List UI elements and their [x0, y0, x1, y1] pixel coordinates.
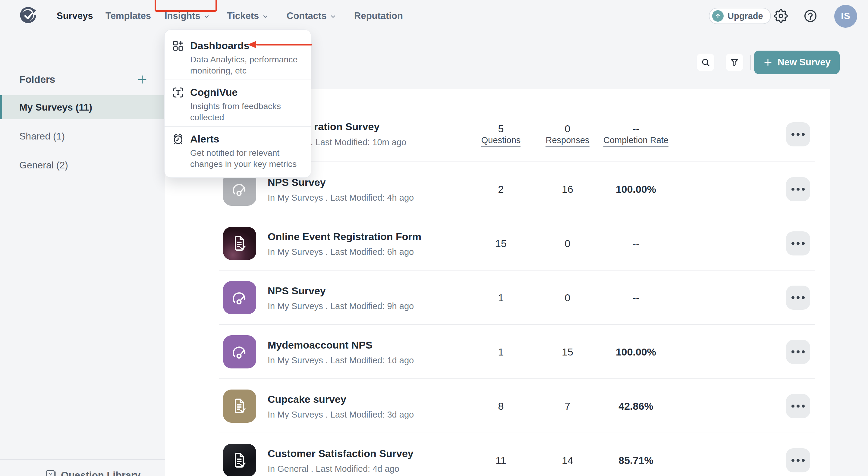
column-header-completion: Completion Rate [594, 135, 678, 147]
svg-text:?: ? [49, 472, 52, 476]
form-document-icon [223, 227, 256, 260]
nav-item-insights[interactable]: Insights [164, 0, 210, 32]
nps-gauge-icon [223, 281, 256, 314]
questions-count: 2 [486, 184, 516, 195]
sidebar-item-my-surveys[interactable]: My Surveys (11) [0, 95, 165, 119]
row-more-actions-button[interactable] [786, 177, 810, 201]
responses-count: 7 [553, 401, 583, 412]
gear-icon [774, 9, 788, 23]
menu-item-dashboards[interactable]: Dashboards Data Analytics, performance m… [164, 30, 311, 80]
folders-header: Folders [19, 74, 55, 85]
completion-rate: 100.00% [594, 346, 678, 358]
nav-item-contacts[interactable]: Contacts [287, 0, 336, 32]
menu-item-description: Data Analytics, performance monitoring, … [190, 54, 306, 76]
survey-text-block: NPS Survey In My Surveys . Last Modified… [268, 176, 414, 203]
form-document-icon [223, 389, 256, 423]
survey-subtitle: In My Surveys . Last Modified: 1d ago [268, 355, 414, 366]
row-more-actions-button[interactable] [786, 231, 810, 255]
folder-list: My Surveys (11) Shared (1) General (2) [0, 95, 165, 182]
row-more-actions-button[interactable] [786, 340, 810, 364]
responses-count: 0 [553, 123, 583, 135]
nps-gauge-icon [223, 335, 256, 369]
help-button[interactable] [802, 7, 819, 25]
new-survey-label: New Survey [778, 57, 831, 68]
sidebar-item-general[interactable]: General (2) [0, 153, 165, 177]
nav-item-surveys[interactable]: Surveys [57, 0, 93, 32]
nav-label-templates: Templates [105, 10, 151, 21]
folder-label: My Surveys (11) [19, 102, 92, 113]
settings-button[interactable] [772, 7, 789, 25]
folders-sidebar: Folders My Surveys (11) Shared (1) Gener… [0, 32, 165, 476]
survey-text-block: Cupcake survey In My Surveys . Last Modi… [268, 393, 414, 420]
column-header-questions: Questions [477, 135, 525, 147]
questions-count: 15 [486, 238, 516, 249]
upgrade-arrow-icon [712, 10, 724, 22]
responses-count: 16 [553, 184, 583, 195]
user-avatar[interactable]: IS [834, 5, 857, 28]
row-more-actions-button[interactable] [786, 122, 810, 147]
responses-count: 0 [553, 292, 583, 304]
upgrade-button[interactable]: Upgrade [709, 8, 771, 24]
new-survey-button[interactable]: New Survey [754, 51, 840, 74]
upgrade-label: Upgrade [727, 11, 763, 21]
responses-header-label[interactable]: Responses [546, 135, 589, 147]
nav-label-reputation: Reputation [354, 10, 403, 21]
survey-title: Customer Satisfaction Survey [268, 447, 413, 460]
completion-rate: -- [594, 238, 678, 249]
nav-label-insights: Insights [164, 10, 200, 21]
completion-rate: 42.86% [594, 401, 678, 412]
nav-item-reputation[interactable]: Reputation [354, 0, 403, 32]
add-folder-button[interactable] [137, 74, 148, 85]
folder-label: General (2) [19, 160, 68, 171]
question-library-link[interactable]: ? Question Library [44, 469, 141, 476]
responses-count: 14 [553, 455, 583, 466]
menu-item-title: Alerts [190, 132, 306, 146]
brand-logo-icon [19, 7, 37, 25]
search-button[interactable] [697, 54, 714, 71]
completion-header-label[interactable]: Completion Rate [603, 135, 669, 147]
completion-rate: -- [594, 123, 678, 135]
responses-count: 15 [553, 346, 583, 358]
column-header-responses: Responses [544, 135, 592, 147]
questions-count: 8 [486, 401, 516, 412]
survey-title: Mydemoaccount NPS [268, 339, 414, 351]
menu-item-description: Get notified for relevant changes in you… [190, 147, 306, 169]
survey-text-block: Mydemoaccount NPS In My Surveys . Last M… [268, 339, 414, 366]
survey-row[interactable]: NPS Survey In My Surveys . Last Modified… [165, 271, 830, 325]
survey-text-block: Online Event Registration Form In My Sur… [268, 230, 421, 257]
questions-count: 11 [486, 455, 516, 466]
questions-count: 1 [486, 346, 516, 358]
folder-label: Shared (1) [19, 131, 65, 142]
plus-icon [763, 58, 773, 67]
avatar-initials: IS [841, 11, 850, 22]
search-icon [701, 58, 710, 67]
responses-count: 0 [553, 238, 583, 249]
row-more-actions-button[interactable] [786, 286, 810, 310]
menu-item-title: CogniVue [190, 86, 306, 99]
question-circle-icon [804, 9, 817, 23]
completion-rate: 85.71% [594, 455, 678, 466]
survey-title: NPS Survey [268, 284, 414, 297]
survey-row[interactable]: Cupcake survey In My Surveys . Last Modi… [165, 379, 830, 433]
nav-label-tickets: Tickets [227, 10, 259, 21]
nav-item-templates[interactable]: Templates [105, 0, 151, 32]
filter-button[interactable] [726, 54, 743, 71]
survey-row[interactable]: Mydemoaccount NPS In My Surveys . Last M… [165, 325, 830, 379]
survey-text-block: NPS Survey In My Surveys . Last Modified… [268, 284, 414, 311]
nav-item-tickets[interactable]: Tickets [227, 0, 269, 32]
questions-count: 5 [486, 123, 516, 135]
survey-title: Online Event Registration Form [268, 230, 421, 243]
survey-row[interactable]: Online Event Registration Form In My Sur… [165, 216, 830, 271]
row-more-actions-button[interactable] [786, 448, 810, 472]
menu-item-cognivue[interactable]: CogniVue Insights from feedbacks collect… [164, 80, 311, 126]
sidebar-item-shared[interactable]: Shared (1) [0, 124, 165, 148]
sidebar-divider [0, 459, 165, 460]
app-logo[interactable] [19, 7, 37, 25]
menu-item-alerts[interactable]: Alerts Get notified for relevant changes… [164, 126, 311, 178]
survey-title-partial: ration Survey [314, 120, 379, 133]
row-more-actions-button[interactable] [786, 394, 810, 418]
survey-subtitle: In My Surveys . Last Modified: 4h ago [268, 192, 414, 203]
questions-header-label[interactable]: Questions [481, 135, 521, 147]
survey-row[interactable]: Customer Satisfaction Survey In General … [165, 433, 830, 476]
chevron-down-icon [204, 13, 210, 20]
